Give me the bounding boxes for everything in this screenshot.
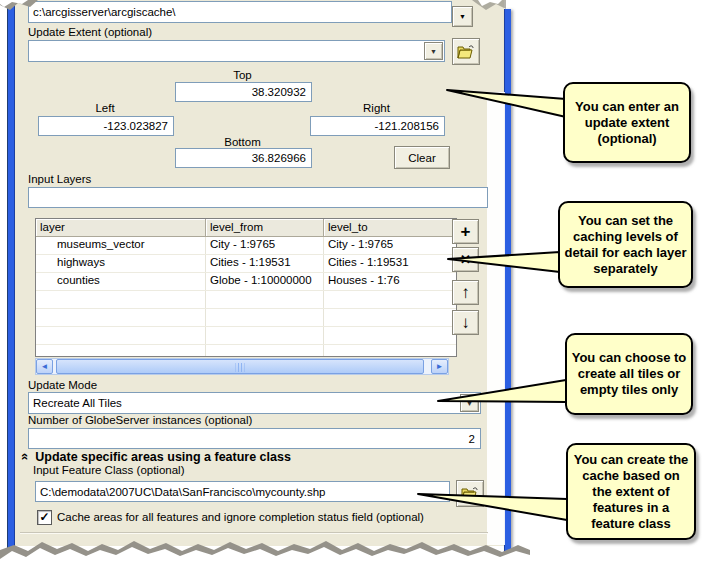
table-cell bbox=[36, 291, 206, 308]
table-row bbox=[36, 309, 456, 327]
window-border-right bbox=[504, 9, 511, 554]
feature-section-title: Update specific areas using a feature cl… bbox=[35, 450, 291, 464]
browse-feature-class-button[interactable] bbox=[456, 480, 484, 507]
cache-areas-checkbox[interactable]: ✓ bbox=[37, 510, 52, 525]
extent-top-label: Top bbox=[175, 69, 310, 81]
update-mode-combobox[interactable]: Recreate All Tiles ▼ bbox=[28, 392, 481, 414]
delete-x-icon: ✕ bbox=[460, 253, 471, 266]
collapse-section-icon: « bbox=[18, 453, 33, 460]
browse-extent-button[interactable] bbox=[452, 38, 480, 65]
table-cell bbox=[36, 309, 206, 326]
column-header-layer[interactable]: layer bbox=[36, 219, 206, 237]
table-cell bbox=[324, 291, 454, 308]
layer-table-body: museums_vectorCity - 1:9765City - 1:9765… bbox=[36, 237, 456, 357]
cache-path-value: c:\arcgisserver\arcgiscache\ bbox=[29, 6, 176, 18]
layer-table-header: layerlevel_fromlevel_to bbox=[36, 219, 456, 237]
clear-button-label: Clear bbox=[408, 152, 435, 164]
update-extent-combobox[interactable]: ▼ bbox=[28, 40, 445, 62]
table-cell[interactable]: counties bbox=[36, 273, 206, 290]
extent-top-field[interactable]: 38.320932 bbox=[175, 82, 312, 102]
chevron-down-icon: ▼ bbox=[430, 48, 437, 55]
cache-areas-checkbox-label: Cache areas for all features and ignore … bbox=[57, 511, 424, 523]
update-extent-label: Update Extent (optional) bbox=[28, 26, 152, 38]
table-cell bbox=[324, 345, 454, 357]
table-row[interactable]: highwaysCities - 1:19531Cities - 1:19531 bbox=[36, 255, 456, 273]
open-folder-icon bbox=[461, 487, 479, 501]
torn-edge-bottom bbox=[0, 547, 530, 571]
clear-button[interactable]: Clear bbox=[394, 146, 450, 169]
chevron-down-icon: ▼ bbox=[459, 13, 466, 20]
column-header-level_from[interactable]: level_from bbox=[206, 219, 324, 237]
table-cell[interactable]: Cities - 1:19531 bbox=[324, 255, 454, 272]
plus-icon: + bbox=[461, 223, 471, 240]
delete-row-button[interactable]: ✕ bbox=[452, 247, 479, 272]
update-mode-value: Recreate All Tiles bbox=[29, 397, 122, 409]
update-mode-dropdown-button[interactable]: ▼ bbox=[460, 394, 479, 412]
window-border-left bbox=[7, 0, 15, 558]
extent-top-value: 38.320932 bbox=[176, 86, 311, 98]
callout-update-mode: You can choose to create all tiles or em… bbox=[565, 333, 693, 415]
move-row-up-button[interactable]: ↑ bbox=[452, 280, 479, 305]
arrow-down-icon: ↓ bbox=[461, 314, 470, 331]
table-horizontal-scrollbar[interactable]: ◄ ► bbox=[35, 358, 449, 375]
instances-value: 2 bbox=[29, 433, 480, 445]
chevron-down-icon: ▼ bbox=[466, 400, 473, 407]
extent-left-value: -123.023827 bbox=[39, 120, 173, 132]
instances-label: Number of GlobeServer instances (optiona… bbox=[28, 414, 252, 426]
table-cell[interactable]: Cities - 1:19531 bbox=[206, 255, 324, 272]
update-mode-label: Update Mode bbox=[28, 379, 97, 391]
callout-update-extent: You can enter an update extent (optional… bbox=[563, 82, 691, 163]
feature-section-header[interactable]: « Update specific areas using a feature … bbox=[22, 449, 291, 464]
table-row[interactable]: museums_vectorCity - 1:9765City - 1:9765 bbox=[36, 237, 456, 255]
table-cell[interactable]: City - 1:9765 bbox=[206, 237, 324, 254]
table-cell[interactable]: Houses - 1:76 bbox=[324, 273, 454, 290]
table-cell[interactable]: City - 1:9765 bbox=[324, 237, 454, 254]
extent-left-field[interactable]: -123.023827 bbox=[38, 116, 174, 136]
callout-text: You can enter an update extent (optional… bbox=[569, 99, 685, 147]
extent-bottom-value: 36.826966 bbox=[176, 152, 311, 164]
table-cell bbox=[206, 345, 324, 357]
table-cell bbox=[324, 309, 454, 326]
extent-right-value: -121.208156 bbox=[311, 120, 444, 132]
open-folder-icon bbox=[457, 45, 475, 59]
scroll-left-button[interactable]: ◄ bbox=[36, 359, 53, 374]
add-row-button[interactable]: + bbox=[452, 219, 479, 244]
scroll-left-icon: ◄ bbox=[41, 362, 49, 371]
cache-path-dropdown-button[interactable]: ▼ bbox=[452, 6, 473, 27]
instances-field[interactable]: 2 bbox=[28, 428, 481, 449]
scrollbar-thumb[interactable] bbox=[56, 359, 424, 374]
extent-left-label: Left bbox=[38, 102, 172, 114]
extent-right-label: Right bbox=[310, 102, 443, 114]
scroll-right-icon: ► bbox=[436, 362, 444, 371]
table-cell bbox=[206, 327, 324, 344]
table-row bbox=[36, 291, 456, 309]
table-row bbox=[36, 345, 456, 357]
arrow-up-icon: ↑ bbox=[461, 284, 470, 301]
input-feature-class-field[interactable]: C:\demodata\2007UC\Data\SanFrancisco\myc… bbox=[35, 481, 450, 502]
callout-caching-levels: You can set the caching levels of detail… bbox=[558, 201, 693, 288]
section-divider bbox=[20, 532, 488, 534]
extent-right-field[interactable]: -121.208156 bbox=[310, 116, 445, 136]
callout-text: You can choose to create all tiles or em… bbox=[571, 350, 687, 398]
scroll-right-button[interactable]: ► bbox=[431, 359, 448, 374]
cache-path-field[interactable]: c:\arcgisserver\arcgiscache\ bbox=[28, 1, 452, 23]
dialog-scroll-gutter bbox=[487, 92, 505, 545]
layer-table[interactable]: layerlevel_fromlevel_to museums_vectorCi… bbox=[35, 218, 457, 357]
table-cell[interactable]: Globe - 1:10000000 bbox=[206, 273, 324, 290]
table-cell[interactable]: highways bbox=[36, 255, 206, 272]
table-cell[interactable]: museums_vector bbox=[36, 237, 206, 254]
input-layers-field[interactable] bbox=[28, 187, 488, 208]
move-row-down-button[interactable]: ↓ bbox=[452, 310, 479, 335]
screenshot-root: c:\arcgisserver\arcgiscache\ ▼ Update Ex… bbox=[0, 0, 715, 571]
extent-bottom-field[interactable]: 36.826966 bbox=[175, 148, 312, 168]
checkmark-icon: ✓ bbox=[39, 511, 49, 523]
table-row[interactable]: countiesGlobe - 1:10000000Houses - 1:76 bbox=[36, 273, 456, 291]
update-extent-dropdown-button[interactable]: ▼ bbox=[424, 42, 443, 60]
table-row bbox=[36, 327, 456, 345]
column-header-level_to[interactable]: level_to bbox=[324, 219, 454, 237]
extent-bottom-label: Bottom bbox=[175, 136, 310, 148]
input-feature-class-value: C:\demodata\2007UC\Data\SanFrancisco\myc… bbox=[36, 486, 326, 498]
callout-text: You can create the cache based on the ex… bbox=[572, 452, 690, 532]
input-feature-class-label: Input Feature Class (optional) bbox=[33, 464, 185, 476]
table-cell bbox=[36, 327, 206, 344]
